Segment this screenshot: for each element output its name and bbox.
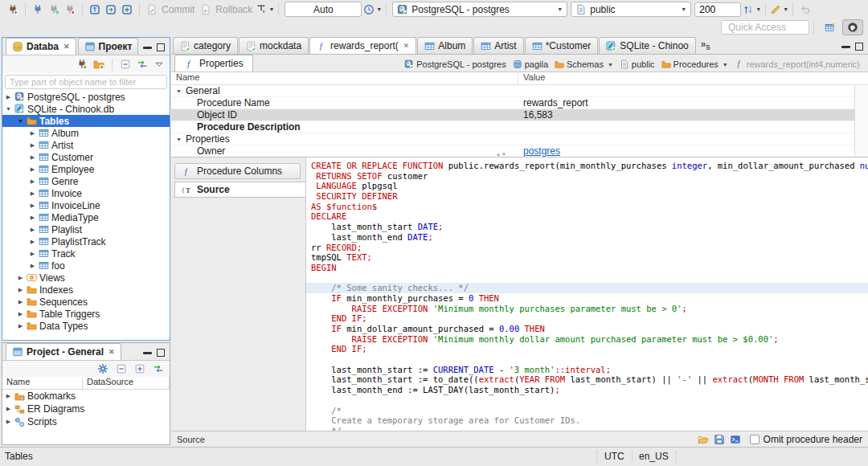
- breadcrumb-item[interactable]: public: [616, 59, 658, 69]
- highlight-button[interactable]: ▼: [770, 2, 788, 18]
- subtab-procedure-columns[interactable]: fProcedure Columns: [174, 163, 301, 179]
- breadcrumb-item[interactable]: PostgreSQL - postgres: [401, 59, 509, 69]
- status-timezone[interactable]: UTC: [596, 451, 633, 462]
- maximize-icon[interactable]: [855, 43, 863, 51]
- grid-row[interactable]: Object ID16,583: [171, 109, 868, 121]
- project-item-er-diagrams[interactable]: ▶ER Diagrams: [2, 403, 170, 415]
- editor-tab-album[interactable]: Album: [417, 37, 473, 54]
- maximize-icon[interactable]: [157, 349, 165, 357]
- tree-item-indexes[interactable]: ▶Indexes: [2, 284, 170, 296]
- tab-projects[interactable]: Проект: [78, 38, 139, 55]
- collapse-all-button[interactable]: [117, 56, 133, 72]
- tab-properties[interactable]: f Properties: [174, 55, 253, 72]
- expander-icon[interactable]: ▶: [16, 323, 25, 329]
- view-menu-button[interactable]: [151, 56, 167, 72]
- omit-procedure-header-checkbox[interactable]: [750, 435, 760, 444]
- expander-icon[interactable]: ▶: [28, 215, 37, 221]
- expander-icon[interactable]: ▶: [4, 393, 13, 399]
- grid-group-row[interactable]: ▼Properties: [171, 133, 868, 145]
- link-with-editor-button[interactable]: [134, 56, 150, 72]
- nav-new-folder-button[interactable]: [91, 56, 107, 72]
- object-filter-input[interactable]: [5, 75, 167, 89]
- expander-icon[interactable]: ▶: [28, 166, 37, 173]
- tree-item-genre[interactable]: ▶Genre: [2, 175, 170, 187]
- transaction-log-button[interactable]: ▼: [256, 2, 274, 18]
- open-perspective-button[interactable]: [820, 19, 841, 35]
- expander-icon[interactable]: ▶: [28, 227, 37, 233]
- column-header-name[interactable]: Name: [2, 377, 83, 389]
- breadcrumb-item[interactable]: Schemas▼: [551, 59, 616, 69]
- expander-icon[interactable]: ▶: [28, 142, 37, 149]
- editor-tab-category[interactable]: category: [173, 37, 238, 54]
- tree-item-sqlite-chinook-db[interactable]: ▼SQLite - Chinook.db: [2, 103, 170, 115]
- tree-item-mediatype[interactable]: ▶MediaType: [2, 211, 170, 223]
- disconnect-button[interactable]: [62, 2, 78, 18]
- expander-icon[interactable]: ▶: [28, 263, 37, 269]
- expander-icon[interactable]: ▶: [4, 419, 13, 425]
- project-expand-button[interactable]: [132, 361, 148, 377]
- grid-column-value[interactable]: Value: [518, 72, 545, 84]
- tree-item-playlist[interactable]: ▶Playlist: [2, 223, 170, 235]
- connect-button[interactable]: [30, 2, 46, 18]
- expander-icon[interactable]: ▶: [16, 299, 25, 305]
- quick-access-input[interactable]: [721, 20, 809, 35]
- project-settings-button[interactable]: [95, 361, 111, 377]
- tab-project-general[interactable]: Project - General ✕: [6, 343, 121, 360]
- close-icon[interactable]: ✕: [63, 43, 70, 51]
- breadcrumb-item[interactable]: frewards_report(int4,numeric): [731, 59, 863, 69]
- fetch-size-input[interactable]: [694, 2, 741, 17]
- tree-item-sequences[interactable]: ▶Sequences: [2, 296, 170, 308]
- new-connection-button[interactable]: [5, 2, 21, 18]
- expander-icon[interactable]: ▶: [28, 190, 37, 197]
- minimize-icon[interactable]: [841, 46, 850, 48]
- expander-icon[interactable]: ▼: [176, 137, 186, 142]
- connection-select[interactable]: PostgreSQL - postgres ▼: [392, 2, 567, 17]
- grid-row[interactable]: Ownerpostgres: [171, 145, 868, 157]
- minimize-icon[interactable]: [143, 352, 152, 354]
- editor-tab-rewards-report-[interactable]: frewards_report(✕: [309, 37, 416, 54]
- undo-button[interactable]: [797, 2, 813, 18]
- grid-row[interactable]: Procedure Namerewards_report: [171, 97, 868, 109]
- close-icon[interactable]: ✕: [403, 42, 410, 50]
- tree-item-postgresql-postgres[interactable]: ▶PostgreSQL - postgres: [2, 91, 170, 103]
- minimize-icon[interactable]: [143, 47, 152, 49]
- reconnect-button[interactable]: [46, 2, 62, 18]
- new-sql-editor-button[interactable]: [119, 2, 135, 18]
- project-item-bookmarks[interactable]: ▶Bookmarks: [2, 390, 170, 403]
- sql-editor-button[interactable]: [87, 2, 103, 18]
- grid-column-name[interactable]: Name: [171, 72, 518, 84]
- expander-icon[interactable]: ▶: [28, 251, 37, 257]
- grid-scrollbar[interactable]: [854, 85, 868, 157]
- tree-item-album[interactable]: ▶Album: [2, 127, 170, 139]
- tree-item-data-types[interactable]: ▶Data Types: [2, 320, 170, 332]
- editor-tab-sqlite-chinoo[interactable]: SQLite - Chinoo: [599, 37, 695, 54]
- load-from-file-button[interactable]: [695, 432, 711, 447]
- expander-icon[interactable]: ▶: [16, 287, 25, 293]
- status-locale[interactable]: en_US: [632, 451, 677, 462]
- tree-item-invoice[interactable]: ▶Invoice: [2, 187, 170, 199]
- query-history-button[interactable]: ▼: [363, 2, 382, 18]
- tree-item-track[interactable]: ▶Track: [2, 247, 170, 260]
- editor-tab--customer[interactable]: *Customer: [525, 37, 599, 54]
- tree-item-table-triggers[interactable]: ▶Table Triggers: [2, 308, 170, 320]
- tab-database-navigator[interactable]: Databa ✕: [6, 38, 76, 55]
- expander-icon[interactable]: ▼: [16, 118, 25, 124]
- expander-icon[interactable]: ▼: [4, 106, 13, 112]
- txn-mode-select[interactable]: Auto: [285, 2, 362, 17]
- expander-icon[interactable]: ▶: [28, 202, 37, 209]
- open-sql-console-button[interactable]: [103, 2, 119, 18]
- project-collapse-button[interactable]: [113, 361, 129, 377]
- sort-sync-button[interactable]: ▼: [743, 2, 761, 18]
- editor-tab-artist[interactable]: Artist: [473, 37, 523, 54]
- grid-group-row[interactable]: ▼General: [171, 85, 868, 97]
- tree-item-artist[interactable]: ▶Artist: [2, 139, 170, 151]
- expander-icon[interactable]: ▶: [4, 406, 13, 412]
- tree-item-views[interactable]: ▶Views: [2, 272, 170, 284]
- tree-item-playlisttrack[interactable]: ▶PlaylistTrack: [2, 235, 170, 247]
- project-item-scripts[interactable]: ▶Scripts: [2, 415, 170, 428]
- expander-icon[interactable]: ▼: [176, 88, 186, 94]
- expander-icon[interactable]: ▶: [16, 311, 25, 317]
- tree-item-tables[interactable]: ▼Tables: [2, 115, 170, 127]
- expander-icon[interactable]: ▶: [28, 154, 37, 161]
- tab-overflow-indicator[interactable]: »5: [701, 39, 710, 51]
